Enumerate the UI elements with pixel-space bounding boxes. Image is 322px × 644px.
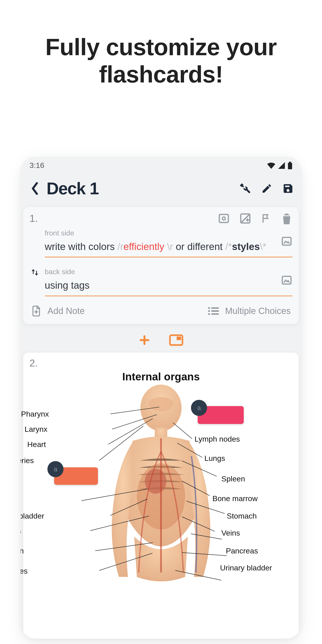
organ-label: Lungs	[204, 454, 225, 463]
window-icon	[169, 334, 183, 346]
organ-label: Skeleton	[20, 546, 48, 555]
swap-vertical-icon	[30, 268, 40, 277]
occlusion-handle[interactable]: a	[191, 400, 207, 416]
text-fragment: efficiently	[124, 241, 164, 252]
back-button[interactable]	[27, 180, 43, 196]
occlusion-sticker[interactable]: a	[54, 467, 98, 485]
exposure-button[interactable]	[239, 212, 251, 224]
add-note-label: Add Note	[48, 306, 85, 316]
flag-icon	[261, 213, 272, 224]
status-time: 3:16	[30, 161, 44, 170]
text-fragment: styles	[232, 241, 260, 252]
text-fragment: or different	[173, 241, 226, 252]
eye-icon	[218, 212, 230, 224]
add-row	[20, 328, 302, 353]
multiple-choices-label: Multiple Choices	[225, 306, 291, 316]
front-add-image-button[interactable]	[281, 236, 292, 247]
organ-label: Stomach	[227, 512, 257, 520]
status-bar: 3:16	[20, 156, 302, 172]
add-note-button[interactable]: Add Note	[31, 305, 85, 317]
flag-button[interactable]	[261, 213, 272, 224]
svg-rect-0	[288, 162, 292, 169]
svg-rect-2	[219, 214, 228, 222]
save-icon	[282, 183, 294, 194]
card-toolbar	[218, 212, 292, 224]
app-header: Deck 1	[20, 172, 302, 207]
back-side-field[interactable]: back side using tags	[45, 264, 292, 296]
organ-label: Larynx	[24, 425, 78, 434]
text-fragment: /r	[118, 241, 124, 252]
back-side-label: back side	[45, 268, 273, 276]
svg-rect-6	[282, 276, 291, 284]
occlusion-handle[interactable]: a	[48, 461, 64, 477]
chevron-left-icon	[31, 182, 39, 195]
multiple-choices-button[interactable]: Multiple Choices	[208, 306, 291, 316]
organ-label: Heart	[27, 440, 81, 449]
svg-point-9	[208, 310, 210, 312]
battery-icon	[288, 162, 292, 169]
edit-button[interactable]	[261, 183, 272, 194]
hero-headline: Fully customize your flashcards!	[0, 34, 322, 88]
swap-sides-button[interactable]	[28, 266, 41, 278]
add-image-card-button[interactable]	[169, 334, 183, 346]
back-add-image-button[interactable]	[281, 274, 292, 286]
svg-point-11	[208, 313, 210, 315]
organ-label: Veins	[222, 528, 240, 537]
occlusion-sticker[interactable]: a	[198, 406, 244, 424]
svg-rect-12	[211, 313, 219, 314]
text-fragment: \*	[260, 241, 266, 252]
brightness-icon	[239, 212, 251, 224]
front-side-field[interactable]: front side write with colors /refficient…	[45, 226, 292, 258]
flashcard-editor-2: 2. Internal organs	[23, 353, 299, 639]
image-icon	[281, 274, 292, 286]
flashcard-editor-1: 1. front side write with colors /reffici…	[23, 207, 299, 324]
card-footer: Add Note Multiple Choices	[30, 296, 292, 317]
text-fragment: \r	[164, 241, 173, 252]
list-icon	[208, 306, 219, 316]
svg-point-3	[222, 217, 226, 220]
anatomy-diagram[interactable]: PharynxLarynxHeartArteriesLiverGallbladd…	[26, 384, 296, 639]
front-side-label: front side	[45, 229, 273, 237]
organ-label: Urinary bladder	[220, 564, 272, 572]
svg-rect-10	[211, 310, 219, 312]
card-index: 2.	[26, 358, 296, 369]
add-card-button[interactable]	[139, 334, 150, 346]
back-side-input[interactable]: using tags	[45, 278, 273, 292]
text-fragment: /*	[226, 241, 232, 252]
card2-title: Internal organs	[26, 370, 296, 383]
header-actions	[239, 182, 294, 195]
wifi-icon	[267, 162, 276, 169]
organ-label: Pancreas	[226, 546, 258, 555]
organ-label: Lymph nodes	[194, 435, 240, 444]
svg-point-7	[208, 307, 210, 309]
svg-rect-1	[289, 162, 291, 163]
pencil-icon	[261, 183, 272, 194]
organ-label: Bone marrow	[212, 494, 258, 503]
save-button[interactable]	[282, 183, 294, 194]
hero-section: Fully customize your flashcards!	[0, 0, 322, 88]
svg-rect-8	[211, 307, 219, 308]
card-fields: front side write with colors /refficient…	[30, 226, 292, 296]
image-icon	[281, 236, 292, 247]
svg-rect-14	[177, 336, 181, 340]
signal-icon	[278, 162, 285, 169]
organ-label: Spleen	[222, 474, 245, 483]
organ-label: Intestines	[20, 567, 49, 575]
front-side-input[interactable]: write with colors /refficiently \r or di…	[45, 240, 273, 254]
plus-icon	[139, 334, 150, 346]
page-title: Deck 1	[46, 179, 239, 198]
organ-label: Gallbladder	[20, 512, 59, 520]
preview-button[interactable]	[218, 212, 230, 224]
text-fragment: write with colors	[45, 241, 118, 252]
trash-icon	[281, 213, 292, 224]
status-icons	[267, 162, 292, 169]
phone-frame: 3:16 Deck 1 1.	[20, 156, 302, 639]
note-add-icon	[31, 305, 41, 317]
svg-rect-5	[282, 238, 291, 245]
tools-icon	[239, 182, 251, 195]
organ-label: Liver	[20, 496, 54, 505]
tools-button[interactable]	[239, 182, 251, 195]
delete-button[interactable]	[281, 213, 292, 224]
organ-label: Kidneys	[20, 526, 48, 535]
organ-label: Pharynx	[21, 410, 75, 418]
